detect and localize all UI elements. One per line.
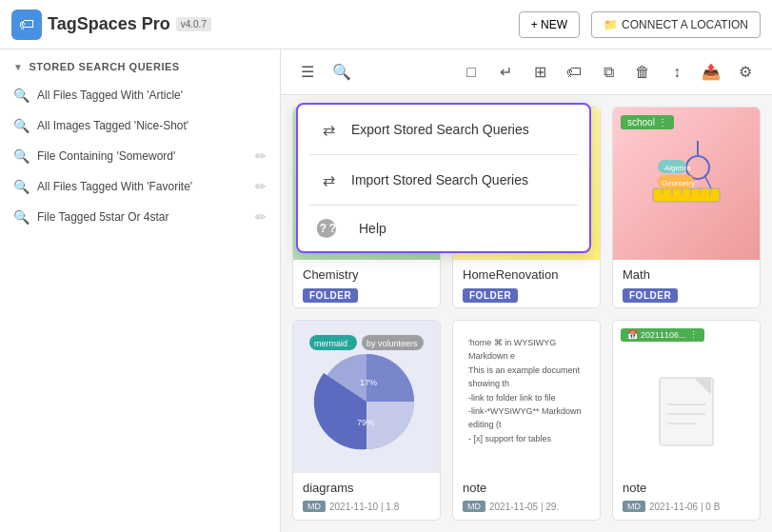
export-queries-item[interactable]: ⇄ Export Stored Search Queries <box>298 105 589 154</box>
logo-icon: 🏷 <box>11 10 42 40</box>
help-item[interactable]: ? Help <box>298 206 589 251</box>
help-label: Help <box>359 221 386 236</box>
main-layout: ▼ STORED SEARCH QUERIES 🔍 All Files Tagg… <box>0 49 772 532</box>
sidebar-item-5star[interactable]: 🔍 File Tagged 5star Or 4star ✏ <box>0 202 280 232</box>
app-name: TagSpaces Pro <box>48 14 170 34</box>
edit-icon[interactable]: ✏ <box>255 148 267 164</box>
connect-icon: 📁 <box>604 18 618 31</box>
edit-icon[interactable]: ✏ <box>255 179 267 194</box>
sidebar-item-someword[interactable]: 🔍 File Containing 'Someword' ✏ <box>0 141 280 171</box>
search-icon: 🔍 <box>13 88 30 103</box>
chevron-down-icon[interactable]: ▼ <box>13 62 23 72</box>
help-icon: ? <box>317 219 336 238</box>
sort-icon[interactable]: ↕ <box>662 57 692 88</box>
sidebar-item-article[interactable]: 🔍 All Files Tagged With 'Article' <box>0 80 280 110</box>
dropdown-overlay: ⇄ Export Stored Search Queries ⇄ Import … <box>281 95 772 532</box>
search-icon: 🔍 <box>13 148 30 164</box>
dropdown-menu: ⇄ Export Stored Search Queries ⇄ Import … <box>296 103 591 253</box>
hamburger-menu-icon[interactable]: ☰ <box>292 57 323 88</box>
import-label: Import Stored Search Queries <box>351 172 528 187</box>
sidebar-item-niceshot[interactable]: 🔍 All Images Tagged 'Nice-Shot' <box>0 110 280 141</box>
import-icon: ⇄ <box>317 168 340 191</box>
tag-icon[interactable]: 🏷 <box>559 57 589 88</box>
grid-view-icon[interactable]: ⊞ <box>525 57 555 88</box>
sidebar-item-favorite[interactable]: 🔍 All Files Tagged With 'Favorite' ✏ <box>0 171 280 202</box>
app-header: 🏷 TagSpaces Pro v4.0.7 + NEW 📁 CONNECT A… <box>0 0 772 49</box>
sidebar-section-title: ▼ STORED SEARCH QUERIES <box>0 49 280 80</box>
sidebar: ▼ STORED SEARCH QUERIES 🔍 All Files Tagg… <box>0 49 281 532</box>
content-area: ☰ 🔍 □ ↵ ⊞ 🏷 ⧉ 🗑 ↕ 📤 ⚙ <box>281 49 772 532</box>
copy-icon[interactable]: ⧉ <box>593 57 624 88</box>
import-queries-item[interactable]: ⇄ Import Stored Search Queries <box>298 155 589 205</box>
edit-icon[interactable]: ✏ <box>255 209 267 225</box>
connect-location-button[interactable]: 📁 CONNECT A LOCATION <box>591 11 761 38</box>
export-icon[interactable]: 📤 <box>696 57 726 88</box>
app-version: v4.0.7 <box>176 17 211 31</box>
new-button[interactable]: + NEW <box>519 11 580 38</box>
search-icon: 🔍 <box>13 179 30 194</box>
toolbar: ☰ 🔍 □ ↵ ⊞ 🏷 ⧉ 🗑 ↕ 📤 ⚙ <box>281 49 772 95</box>
app-logo: 🏷 TagSpaces Pro v4.0.7 <box>11 10 211 40</box>
export-label: Export Stored Search Queries <box>351 122 529 137</box>
search-icon: 🔍 <box>13 209 30 225</box>
search-icon: 🔍 <box>13 118 30 133</box>
select-all-icon[interactable]: □ <box>456 57 486 88</box>
settings-icon[interactable]: ⚙ <box>730 57 761 88</box>
search-toolbar-icon[interactable]: 🔍 <box>327 57 357 88</box>
delete-icon[interactable]: 🗑 <box>627 57 658 88</box>
back-icon[interactable]: ↵ <box>490 57 521 88</box>
export-icon: ⇄ <box>317 118 340 141</box>
